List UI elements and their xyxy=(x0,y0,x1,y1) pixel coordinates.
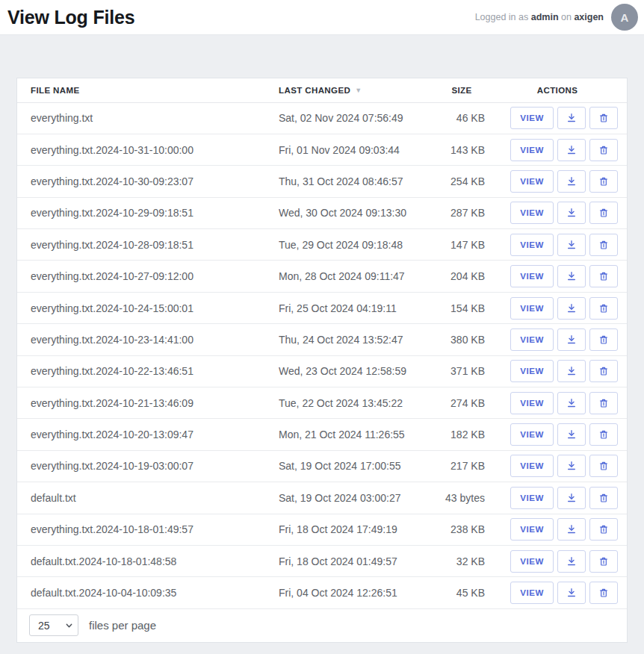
download-button[interactable] xyxy=(557,423,586,446)
column-header-size[interactable]: SIZE xyxy=(436,78,488,102)
download-icon xyxy=(566,175,578,187)
delete-button[interactable] xyxy=(589,265,618,287)
column-header-last-changed[interactable]: LAST CHANGED▼ xyxy=(279,78,436,102)
avatar-letter: A xyxy=(621,11,629,24)
login-status: Logged in as admin on axigen xyxy=(475,12,604,22)
file-name-cell: everything.txt.2024-10-30-09:23:07 xyxy=(17,166,279,197)
view-button[interactable]: VIEW xyxy=(510,582,554,604)
view-button[interactable]: VIEW xyxy=(510,107,554,129)
actions-cell: VIEW xyxy=(488,450,627,482)
download-button[interactable] xyxy=(557,139,586,161)
delete-button[interactable] xyxy=(589,392,618,414)
actions-group: VIEW xyxy=(488,170,618,193)
actions-cell: VIEW xyxy=(488,166,627,197)
download-button[interactable] xyxy=(557,265,586,287)
avatar[interactable]: A xyxy=(611,4,638,31)
view-button[interactable]: VIEW xyxy=(510,550,554,573)
delete-button[interactable] xyxy=(589,139,618,161)
table-row: everything.txt.2024-10-20-13:09:47 Mon, … xyxy=(17,419,627,450)
last-changed-cell: Mon, 28 Oct 2024 09:11:47 xyxy=(279,261,436,292)
actions-cell: VIEW xyxy=(488,261,627,292)
table-row: everything.txt.2024-10-22-13:46:51 Wed, … xyxy=(17,355,627,387)
actions-group: VIEW xyxy=(488,582,618,604)
actions-group: VIEW xyxy=(488,234,618,256)
column-header-file-name[interactable]: FILE NAME xyxy=(17,78,279,102)
delete-button[interactable] xyxy=(589,550,618,573)
download-button[interactable] xyxy=(557,550,586,573)
download-button[interactable] xyxy=(557,234,586,256)
page-title: View Log Files xyxy=(7,7,134,28)
view-button[interactable]: VIEW xyxy=(510,360,554,382)
view-button[interactable]: VIEW xyxy=(510,297,554,320)
delete-button[interactable] xyxy=(589,423,618,446)
actions-cell: VIEW xyxy=(488,577,627,608)
delete-button[interactable] xyxy=(589,455,618,477)
table-row: default.txt.2024-10-18-01:48:58 Fri, 18 … xyxy=(17,545,627,576)
actions-cell: VIEW xyxy=(488,514,627,545)
download-button[interactable] xyxy=(557,487,586,509)
view-button[interactable]: VIEW xyxy=(510,423,554,446)
delete-button[interactable] xyxy=(589,202,618,224)
table-row: everything.txt.2024-10-30-09:23:07 Thu, … xyxy=(17,166,627,197)
download-button[interactable] xyxy=(557,297,586,320)
delete-button[interactable] xyxy=(589,234,618,256)
download-icon xyxy=(566,112,578,124)
download-button[interactable] xyxy=(557,328,586,351)
size-cell: 238 KB xyxy=(436,514,488,545)
download-button[interactable] xyxy=(557,392,586,414)
download-button[interactable] xyxy=(557,455,586,477)
table-row: everything.txt.2024-10-21-13:46:09 Tue, … xyxy=(17,387,627,419)
table-row: everything.txt.2024-10-19-03:00:07 Sat, … xyxy=(17,450,627,482)
delete-button[interactable] xyxy=(589,360,618,382)
view-button[interactable]: VIEW xyxy=(510,455,554,477)
delete-button[interactable] xyxy=(589,487,618,509)
actions-cell: VIEW xyxy=(488,387,627,419)
table-footer: 25 files per page xyxy=(17,609,627,642)
delete-button[interactable] xyxy=(589,328,618,351)
trash-icon xyxy=(598,397,610,409)
delete-button[interactable] xyxy=(589,582,618,604)
download-button[interactable] xyxy=(557,582,586,604)
view-button[interactable]: VIEW xyxy=(510,202,554,224)
download-button[interactable] xyxy=(557,518,586,541)
view-button[interactable]: VIEW xyxy=(510,265,554,287)
log-files-card: FILE NAME LAST CHANGED▼ SIZE ACTIONS eve… xyxy=(16,78,628,643)
view-button[interactable]: VIEW xyxy=(510,392,554,414)
top-bar: View Log Files Logged in as admin on axi… xyxy=(0,0,644,35)
table-row: everything.txt.2024-10-23-14:41:00 Thu, … xyxy=(17,324,627,355)
content-area: FILE NAME LAST CHANGED▼ SIZE ACTIONS eve… xyxy=(0,35,644,643)
actions-group: VIEW xyxy=(488,550,618,573)
trash-icon xyxy=(598,144,610,156)
download-icon xyxy=(566,207,578,219)
files-per-page-label: files per page xyxy=(89,619,156,632)
delete-button[interactable] xyxy=(589,107,618,129)
download-button[interactable] xyxy=(557,107,586,129)
actions-group: VIEW xyxy=(488,392,618,414)
last-changed-cell: Fri, 25 Oct 2024 04:19:11 xyxy=(279,292,436,323)
size-cell: 254 KB xyxy=(436,166,488,197)
view-button[interactable]: VIEW xyxy=(510,170,554,193)
size-cell: 182 KB xyxy=(436,419,488,450)
last-changed-cell: Sat, 19 Oct 2024 03:00:27 xyxy=(279,482,436,514)
download-icon xyxy=(566,555,578,567)
column-header-actions: ACTIONS xyxy=(488,78,627,102)
download-button[interactable] xyxy=(557,202,586,224)
view-button[interactable]: VIEW xyxy=(510,328,554,351)
delete-button[interactable] xyxy=(589,297,618,320)
view-button[interactable]: VIEW xyxy=(510,518,554,541)
download-button[interactable] xyxy=(557,170,586,193)
table-row: everything.txt.2024-10-31-10:00:00 Fri, … xyxy=(17,134,627,165)
view-button[interactable]: VIEW xyxy=(510,234,554,256)
file-name-cell: everything.txt.2024-10-27-09:12:00 xyxy=(17,261,279,292)
actions-group: VIEW xyxy=(488,328,618,351)
download-button[interactable] xyxy=(557,360,586,382)
delete-button[interactable] xyxy=(589,518,618,541)
view-button[interactable]: VIEW xyxy=(510,139,554,161)
file-name-cell: everything.txt.2024-10-21-13:46:09 xyxy=(17,387,279,419)
view-button[interactable]: VIEW xyxy=(510,487,554,509)
file-name-cell: everything.txt.2024-10-24-15:00:01 xyxy=(17,292,279,323)
login-username: admin xyxy=(531,12,559,22)
login-server: axigen xyxy=(574,12,604,22)
files-per-page-select[interactable]: 25 xyxy=(29,614,78,636)
delete-button[interactable] xyxy=(589,170,618,193)
